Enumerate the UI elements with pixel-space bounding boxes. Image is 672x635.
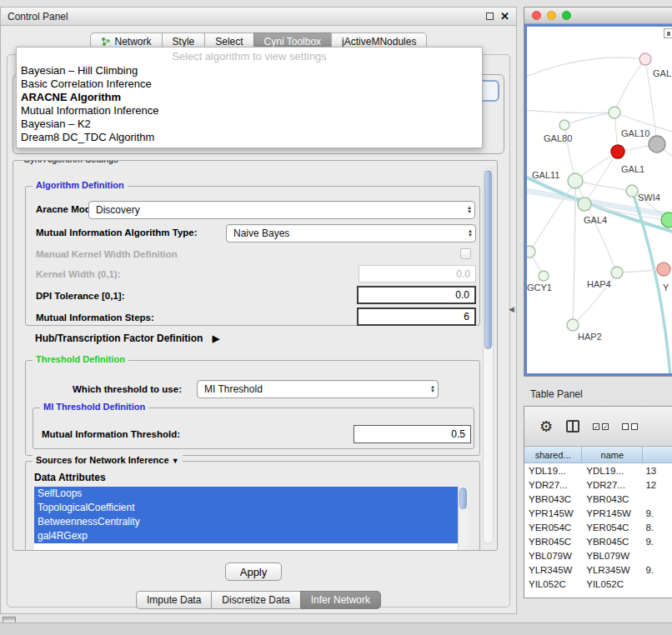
sources-group-title[interactable]: Sources for Network Inference ▼ [33, 455, 183, 465]
table-column-header[interactable]: shared... [524, 447, 582, 462]
settings-scrollbar[interactable] [483, 168, 494, 544]
network-node[interactable] [661, 212, 672, 228]
data-attributes-list[interactable]: SelfLoopsTopologicalCoefficientBetweenne… [34, 487, 468, 550]
table-row[interactable]: YPR145WYPR145W9. [524, 506, 672, 520]
network-node-label: SWI4 [638, 192, 660, 202]
gear-icon[interactable]: ⚙ [539, 419, 553, 434]
network-edge [614, 59, 645, 112]
collapse-right-icon[interactable]: ▶ [213, 333, 219, 343]
data-attribute-item[interactable]: gal4RGexp [34, 529, 458, 543]
table-column-header[interactable] [643, 447, 672, 462]
table-row[interactable]: YER054CYER054C8. [524, 520, 672, 534]
aracne-mode-select[interactable]: Discovery ▲▼ [88, 201, 475, 219]
algorithm-popup-item[interactable]: Dream8 DC_TDC Algorithm [17, 131, 482, 144]
algorithm-popup-item[interactable]: Bayesian – Hill Climbing [17, 64, 482, 78]
mi-steps-input[interactable]: 6 [357, 308, 476, 326]
network-node-label: GCY1 [527, 282, 552, 292]
tab-label: Cyni Toolbox [264, 36, 321, 48]
network-node[interactable] [639, 53, 651, 65]
minimize-traffic-light[interactable] [547, 11, 556, 20]
deselect-all-columns-icon[interactable] [622, 423, 638, 430]
algorithm-popup-item[interactable]: Basic Correlation Inference [17, 78, 482, 91]
collapse-down-icon[interactable]: ▼ [172, 457, 179, 465]
tab-label: Infer Network [311, 594, 370, 606]
network-node[interactable] [539, 271, 549, 281]
algorithm-popup-item[interactable]: ARACNE Algorithm [17, 91, 482, 104]
network-window-titlebar[interactable] [524, 8, 672, 24]
network-node[interactable] [611, 145, 624, 158]
data-attribute-item[interactable]: TopologicalCoefficient [34, 501, 458, 515]
control-panel-titlebar[interactable]: Control Panel ✕ [1, 8, 516, 26]
table-cell: YBR043C [524, 492, 582, 506]
network-node-label: GAL4 [584, 215, 607, 225]
algorithm-popup-item[interactable]: Bayesian – K2 [17, 118, 482, 131]
kernel-width-input[interactable]: 0.0 [359, 265, 476, 282]
table-row[interactable]: YBL079WYBL079W [524, 548, 672, 562]
network-node[interactable] [527, 246, 535, 258]
network-node-label: GAL80 [544, 133, 572, 143]
network-node[interactable] [568, 173, 583, 188]
algorithm-definition-title: Algorithm Definition [33, 180, 128, 190]
tab-discretize-data[interactable]: Discretize Data [211, 591, 299, 609]
threshold-definition-group: Threshold Definition Which threshold to … [25, 360, 480, 456]
data-attribute-item[interactable]: SelfLoops [34, 487, 458, 501]
tab-label: Discretize Data [222, 594, 289, 606]
tab-impute-data[interactable]: Impute Data [136, 591, 211, 609]
table-row[interactable]: YLR345WYLR345W9. [524, 562, 672, 577]
table-cell: YDR27... [582, 478, 643, 492]
data-attribute-item[interactable]: BetweennessCentrality [34, 515, 458, 529]
settings-scrollbar-thumb[interactable] [484, 170, 492, 349]
network-node[interactable] [609, 107, 620, 118]
which-threshold-select[interactable]: MI Threshold ▲▼ [197, 380, 439, 398]
columns-icon[interactable] [566, 420, 579, 432]
table-column-header[interactable]: name [582, 447, 643, 462]
zoom-traffic-light[interactable] [562, 11, 571, 20]
table-cell: YER054C [524, 520, 582, 534]
network-node[interactable] [611, 267, 623, 278]
unchecked-box-icon [622, 423, 629, 430]
table-cell: YLR345W [582, 562, 643, 577]
table-row[interactable]: YIL052CYIL052C [524, 577, 672, 591]
tab-infer-network[interactable]: Infer Network [300, 591, 381, 609]
attributes-scrollbar-thumb[interactable] [459, 488, 467, 509]
attributes-scrollbar[interactable] [458, 487, 468, 550]
hub-transcription-label: Hub/Transcription Factor Definition [35, 332, 203, 344]
network-svg: GALGAL80GAL10GAL11GAL1SWI4GAL4GCY1HAP4YH… [527, 27, 672, 376]
table-row[interactable]: YDR27...YDR27...12 [524, 478, 672, 492]
apply-button[interactable]: Apply [225, 562, 282, 581]
close-traffic-light[interactable] [532, 11, 541, 20]
mi-algorithm-type-label: Mutual Information Algorithm Type: [36, 228, 198, 238]
select-all-columns-icon[interactable]: ✓ ✓ [593, 423, 609, 430]
table-row[interactable]: YBR045CYBR045C9. [524, 534, 672, 548]
network-node[interactable] [559, 120, 569, 130]
table-row[interactable]: YBR043CYBR043C [524, 492, 672, 506]
table-cell: YDL19... [524, 463, 582, 478]
manual-kernel-width-label: Manual Kernel Width Definition [36, 249, 178, 259]
table-row[interactable]: YDL19...YDL19...13 [524, 463, 672, 478]
network-node[interactable] [567, 319, 579, 331]
mi-threshold-input[interactable]: 0.5 [354, 425, 471, 443]
canvas-scrollbar-corner[interactable] [664, 28, 672, 38]
network-node[interactable] [578, 198, 591, 211]
algorithm-popup-item[interactable]: Mutual Information Inference [17, 104, 482, 118]
network-node-label: GAL10 [621, 128, 649, 138]
network-node[interactable] [626, 185, 638, 197]
float-panel-icon[interactable] [486, 12, 494, 20]
mi-algorithm-type-select[interactable]: Naive Bayes ▲▼ [226, 224, 476, 242]
network-canvas[interactable]: GALGAL80GAL10GAL11GAL1SWI4GAL4GCY1HAP4YH… [524, 24, 672, 376]
kernel-width-label: Kernel Width (0,1): [36, 269, 120, 279]
chevron-down-icon: ▼ [430, 389, 435, 393]
hub-transcription-section[interactable]: Hub/Transcription Factor Definition ▶ [35, 332, 219, 344]
manual-kernel-width-checkbox[interactable] [460, 248, 471, 259]
network-edge [564, 112, 614, 125]
splitter-collapse-arrow[interactable]: ◀ [509, 305, 514, 313]
close-icon[interactable]: ✕ [500, 12, 509, 22]
table-cell: YIL052C [524, 577, 582, 591]
dpi-tolerance-input[interactable]: 0.0 [357, 286, 476, 304]
chevron-down-icon: ▼ [467, 210, 472, 214]
network-node[interactable] [649, 136, 665, 152]
table-cell: YBL079W [524, 548, 582, 562]
network-node[interactable] [657, 262, 670, 276]
table-cell: YBR043C [582, 492, 643, 506]
table-cell: 12 [643, 478, 672, 492]
